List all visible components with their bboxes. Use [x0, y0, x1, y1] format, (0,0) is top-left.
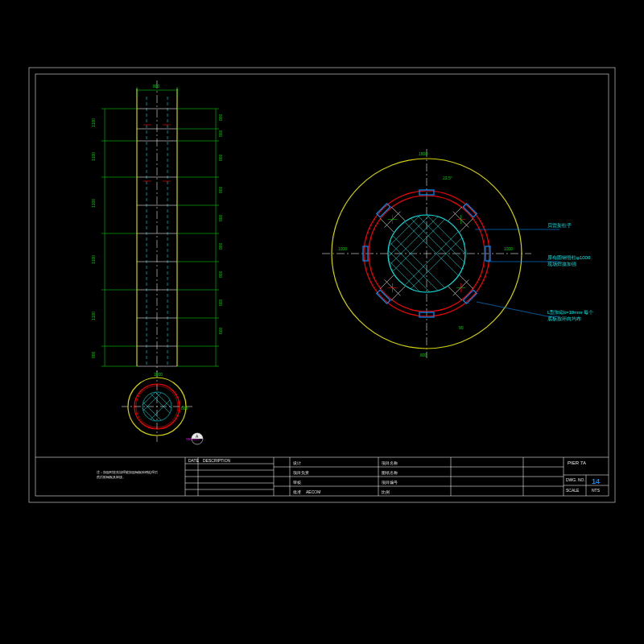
rdim-8: 600 [218, 327, 223, 334]
svg-line-96 [407, 205, 475, 273]
lg-angle: 22.5° [443, 175, 452, 180]
dwgno-label: DWG. NO. [566, 477, 585, 482]
svg-line-100 [378, 205, 440, 266]
svg-line-76 [133, 382, 171, 421]
rb-f4: 比例 [382, 489, 390, 494]
svg-line-95 [398, 205, 475, 283]
scale-label: SCALE [566, 488, 580, 493]
callout-2: 原有圆钢管柱φ1000 [547, 255, 591, 260]
ldim-2: 1100 [91, 199, 96, 208]
svg-line-89 [378, 231, 449, 302]
rb-f1: 项目名称 [382, 460, 398, 465]
rb-f2: 图纸名称 [382, 470, 398, 475]
svg-line-124 [477, 302, 547, 316]
svg-line-101 [378, 205, 430, 257]
rdim-1: 800 [218, 130, 223, 137]
svg-line-88 [378, 221, 459, 302]
svg-line-94 [388, 205, 475, 292]
dwgno-value: 14 [592, 477, 600, 485]
callout-2b: 现场焊接加强 [547, 261, 576, 266]
top-dim: 800 [153, 84, 160, 89]
callout-1: 贝雷架柱子 [547, 223, 572, 228]
svg-line-102 [388, 215, 475, 302]
svg-line-98 [378, 205, 459, 286]
rdim-0: 800 [218, 114, 223, 121]
scale-value: NTS [592, 488, 601, 493]
date-label: DATE [188, 458, 200, 463]
lg-dim-inner: 800 [420, 353, 427, 357]
rev-f3: 审核 [293, 480, 301, 485]
svg-line-77 [139, 389, 181, 431]
svg-line-97 [417, 205, 475, 263]
sm-dia-in: 800 [181, 406, 188, 411]
desc-label: DESCRIPTION [203, 458, 231, 463]
svg-line-90 [378, 241, 440, 302]
svg-line-71 [133, 392, 171, 431]
callout-3: L型加劲t=10mm 每个 [547, 310, 593, 315]
note-2: 然后贴钢板及焊接。 [97, 475, 126, 479]
svg-line-103 [398, 225, 475, 302]
ldim-1: 1100 [91, 152, 96, 161]
elevation-view: 1100 1100 1100 1100 1100 800 800 800 800… [91, 80, 223, 372]
svg-line-99 [378, 205, 449, 276]
aecom-text: AECOM [306, 489, 320, 494]
svg-line-91 [378, 250, 430, 302]
svg-line-72 [139, 382, 181, 424]
title-block: DATE DESCRIPTION 设计 项目负责 审核 批准 AECOM AEC… [35, 457, 609, 496]
lg-dim-outer: 1800 [419, 151, 427, 156]
rdim-6: 800 [218, 270, 223, 278]
section-large: 1800 1000 1000 800 22.5° 90 贝雷架柱子 原有圆钢管柱… [322, 149, 593, 358]
lg-dim-mid-r: 1000 [504, 246, 513, 251]
rb-f3: 项目编号 [382, 480, 398, 485]
rev-f2: 项目负责 [293, 470, 309, 475]
rdim-5: 800 [218, 242, 223, 250]
svg-line-73 [146, 382, 181, 418]
rdim-7: 800 [218, 299, 223, 306]
lg-rad: 90 [459, 325, 464, 330]
section-small: 1000 800 section A [122, 371, 203, 444]
note-1: 注：加固时应先清理被加固钢板除锈处理后 [97, 470, 158, 474]
sm-dia-out: 1000 [154, 372, 163, 377]
ldim-5: 800 [91, 351, 96, 358]
rev-f1: 设计 [293, 460, 301, 465]
rdim-2: 800 [218, 154, 223, 161]
ldim-0: 1100 [91, 118, 96, 127]
inner-border [35, 74, 609, 496]
detail-title: PIER 7A [568, 460, 586, 465]
ldim-4: 1100 [91, 312, 96, 320]
callout-3b: 底板按环向均布 [547, 316, 581, 321]
lg-dim-mid: 1000 [338, 246, 347, 251]
rev-f4: 批准 [293, 489, 301, 494]
rdim-3: 800 [218, 186, 223, 193]
ldim-3: 1100 [91, 255, 96, 264]
cad-viewport[interactable]: DATE DESCRIPTION 设计 项目负责 审核 批准 AECOM AEC… [0, 0, 644, 644]
rdim-4: 800 [218, 214, 223, 221]
drawing-svg: DATE DESCRIPTION 设计 项目负责 审核 批准 AECOM AEC… [0, 0, 644, 644]
outer-border [29, 68, 615, 502]
